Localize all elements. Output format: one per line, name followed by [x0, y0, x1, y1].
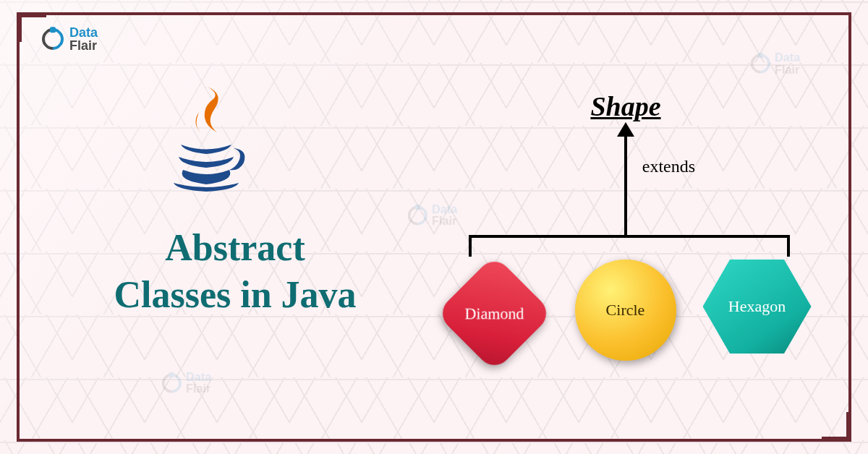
watermark-logo: DataFlair: [751, 52, 800, 75]
frame-corner-accent: [17, 13, 22, 42]
extends-keyword: extends: [642, 157, 695, 176]
diamond-shape-node: Diamond: [435, 254, 553, 372]
java-logo-icon: [163, 83, 250, 192]
branch-drop: [469, 235, 472, 257]
circle-shape-node: Circle: [575, 260, 676, 361]
watermark-logo: DataFlair: [162, 372, 211, 395]
page-title: Abstract Classes in Java: [61, 224, 409, 318]
frame-corner-accent: [17, 13, 46, 17]
branch-connector: [470, 235, 788, 238]
class-hierarchy-diagram: Shape extends Diamond Circle Hexagon: [420, 90, 832, 367]
child-classes-row: Diamond Circle Hexagon: [420, 260, 832, 367]
title-line-2: Classes in Java: [61, 271, 409, 318]
parent-class-label: Shape: [420, 90, 832, 122]
diamond-label: Diamond: [464, 304, 524, 322]
title-line-1: Abstract: [61, 224, 409, 271]
brand-logo: Data Flair: [42, 26, 98, 52]
logo-text-bottom: Flair: [69, 39, 98, 52]
circle-label: Circle: [606, 301, 645, 320]
logo-icon: [38, 24, 68, 54]
logo-text-top: Data: [69, 26, 98, 39]
branch-drop: [787, 235, 790, 257]
inheritance-arrow: extends: [420, 122, 832, 238]
frame-corner-accent: [846, 412, 851, 441]
hexagon-label: Hexagon: [728, 297, 786, 316]
arrow-line: [624, 128, 627, 238]
hexagon-shape-node: Hexagon: [703, 260, 812, 354]
